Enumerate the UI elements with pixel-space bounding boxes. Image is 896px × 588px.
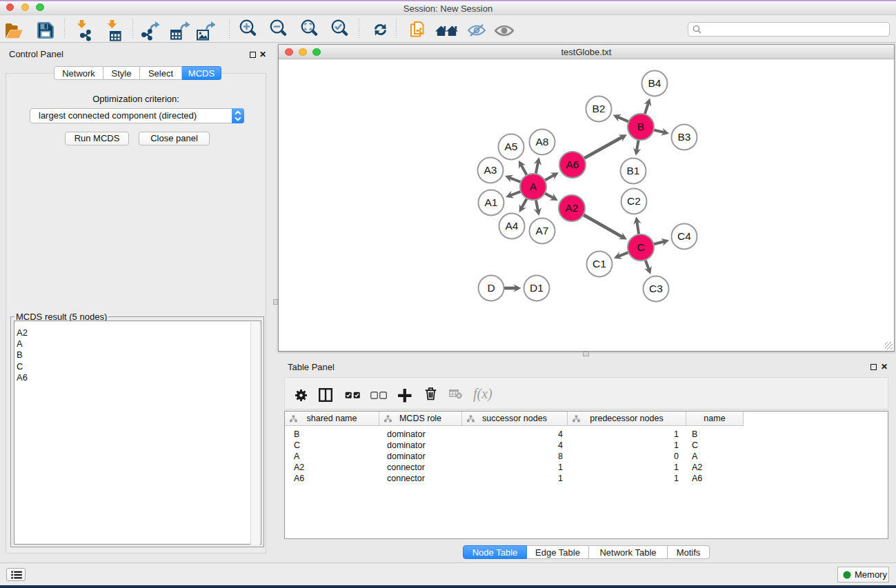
svg-text:C1: C1 <box>593 258 606 270</box>
svg-text:D: D <box>487 282 495 294</box>
svg-text:A4: A4 <box>506 220 519 232</box>
svg-text:A8: A8 <box>536 136 549 148</box>
svg-text:C2: C2 <box>627 195 641 207</box>
svg-text:B2: B2 <box>593 103 606 114</box>
svg-text:A: A <box>530 181 537 192</box>
svg-text:C3: C3 <box>649 283 663 294</box>
svg-text:C4: C4 <box>677 230 691 242</box>
svg-text:A5: A5 <box>505 141 518 152</box>
svg-text:A6: A6 <box>566 159 579 170</box>
svg-text:C: C <box>637 241 644 253</box>
svg-text:A2: A2 <box>566 202 579 214</box>
svg-text:B3: B3 <box>678 131 691 143</box>
svg-text:A3: A3 <box>484 164 497 176</box>
svg-text:B: B <box>637 121 644 132</box>
svg-text:A7: A7 <box>536 225 549 236</box>
svg-text:A1: A1 <box>485 196 498 208</box>
svg-text:B1: B1 <box>627 165 640 176</box>
svg-text:B4: B4 <box>648 77 661 89</box>
svg-text:D1: D1 <box>530 282 544 294</box>
